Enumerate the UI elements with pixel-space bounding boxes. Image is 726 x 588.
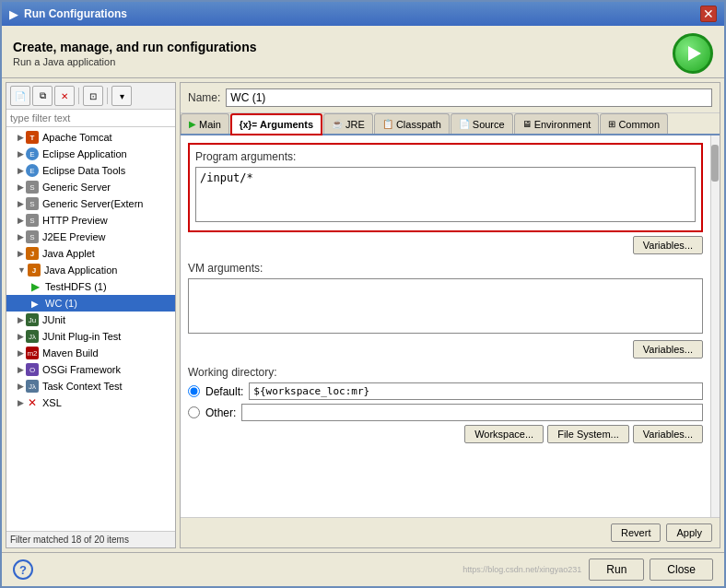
name-row: Name: [181,83,720,113]
arrow-generic-extern: ▶ [18,199,24,208]
default-radio[interactable] [188,385,200,397]
tab-jre[interactable]: ☕ JRE [323,113,373,134]
help-icon[interactable]: ? [13,559,33,580]
workdir-variables-btn[interactable]: Variables... [633,425,703,443]
filesystem-btn[interactable]: File System... [547,425,629,443]
testhdfs-icon: ▶ [29,280,41,293]
tree-item-wc[interactable]: ▶ WC (1) [6,295,175,312]
tree-label-testhdfs: TestHDFS (1) [45,281,107,292]
tab-environment[interactable]: 🖥 Environment [514,113,600,134]
right-scrollbar[interactable] [710,135,720,517]
run-config-icon[interactable] [673,33,713,74]
other-radio-row: Other: [188,404,703,421]
generic-server-icon: S [26,181,39,194]
tab-environment-label: Environment [534,119,591,130]
eclipse-data-icon: E [26,164,39,177]
tree-label-eclipse-data: Eclipse Data Tools [42,165,125,176]
tree-item-generic-server[interactable]: ▶ S Generic Server [6,179,175,195]
tree-item-java-app[interactable]: ▼ J Java Application [6,262,175,278]
program-args-btn-row: Variables... [188,236,703,254]
arguments-tab-icon: {x}= [240,120,257,130]
tree-label-osgi: OSGi Framework [42,364,121,375]
arrow-osgi: ▶ [18,365,24,374]
tree-item-http-preview[interactable]: ▶ S HTTP Preview [6,212,175,229]
vm-args-variables-btn[interactable]: Variables... [633,340,703,359]
arrow-junit: ▶ [18,315,24,324]
other-radio-label: Other: [205,406,236,419]
working-dir-section: Working directory: Default: Other: [188,366,703,443]
tree-item-testhdfs[interactable]: ▶ TestHDFS (1) [6,278,175,295]
revert-button[interactable]: Revert [611,523,661,542]
default-workdir-input[interactable] [249,382,703,400]
arrow-j2ee: ▶ [18,232,24,241]
workspace-btn[interactable]: Workspace... [464,425,544,443]
delete-config-button[interactable]: ✕ [54,86,75,106]
vm-args-label: VM arguments: [188,262,703,275]
tree-label-wc: WC (1) [45,298,77,309]
arguments-tab-content: Program arguments: /input/* Variables...… [181,135,710,517]
more-button[interactable]: ▾ [111,86,132,106]
header-section: Create, manage, and run configurations R… [2,26,724,78]
copy-config-button[interactable]: ⧉ [32,86,53,106]
arrow-junit-plugin: ▶ [18,332,24,341]
jre-tab-icon: ☕ [332,119,343,129]
tree-item-junit-plugin[interactable]: ▶ Jλ JUnit Plug-in Test [6,328,175,345]
env-tab-icon: 🖥 [522,119,532,129]
tree-item-eclipse-app[interactable]: ▶ E Eclipse Application [6,146,175,162]
java-app-icon: J [28,264,41,276]
close-button[interactable]: Close [650,559,713,581]
junit-plugin-icon: Jλ [26,330,39,343]
footer-bar: ? https://blog.csdn.net/xingyao231 Run C… [2,552,724,586]
tabs-row: ▶ Main {x}= Arguments ☕ JRE 📋 Classpath [181,113,720,135]
arrow-java-app: ▼ [18,265,26,275]
tree-item-maven[interactable]: ▶ m2 Maven Build [6,345,175,361]
tab-main[interactable]: ▶ Main [181,113,229,134]
tree-item-junit[interactable]: ▶ Ju JUnit [6,312,175,328]
tree-item-xsl[interactable]: ▶ ✕ XSL [6,394,175,411]
filter-input[interactable] [6,110,175,127]
java-applet-icon: J [26,247,39,260]
other-radio[interactable] [188,406,200,418]
window-title-icon: ▶ [9,7,18,21]
apply-button[interactable]: Apply [666,523,712,542]
collapse-button[interactable]: ⊡ [83,86,103,106]
tab-source[interactable]: 📄 Source [451,113,513,134]
tree-label-java-app: Java Application [44,265,118,276]
tree-label-junit: JUnit [42,314,65,325]
other-workdir-input[interactable] [241,404,703,421]
xsl-icon: ✕ [26,396,39,409]
tab-common[interactable]: ⊞ Common [600,113,668,134]
tab-jre-label: JRE [345,119,365,130]
common-tab-icon: ⊞ [608,119,615,129]
tab-classpath[interactable]: 📋 Classpath [374,113,450,134]
tree-label-java-applet: Java Applet [42,248,95,259]
tree-item-apache-tomcat[interactable]: ▶ T Apache Tomcat [6,129,175,146]
tree-item-task[interactable]: ▶ Jλ Task Context Test [6,378,175,394]
arrow-task: ▶ [18,382,24,391]
scrollbar-thumb [711,145,719,182]
run-button[interactable]: Run [589,559,644,581]
tree-label-j2ee: J2EE Preview [42,231,105,242]
tab-arguments[interactable]: {x}= Arguments [230,113,322,135]
name-input[interactable] [226,88,712,107]
new-config-button[interactable]: 📄 [10,86,30,106]
bottom-button-bar: Revert Apply [181,517,720,547]
left-panel: 📄 ⧉ ✕ ⊡ ▾ ▶ T Apache Tomcat [6,82,176,548]
close-icon[interactable]: ✕ [700,6,717,22]
tree-item-osgi[interactable]: ▶ O OSGi Framework [6,361,175,378]
tree-item-eclipse-data[interactable]: ▶ E Eclipse Data Tools [6,162,175,179]
main-content: 📄 ⧉ ✕ ⊡ ▾ ▶ T Apache Tomcat [2,78,724,552]
tree-item-generic-server-extern[interactable]: ▶ S Generic Server(Extern [6,195,175,212]
vm-args-input[interactable] [188,278,703,334]
tree-label-xsl: XSL [42,397,62,408]
program-args-input[interactable]: /input/* [195,167,696,222]
toolbar-separator [78,88,79,104]
program-args-variables-btn[interactable]: Variables... [633,236,703,254]
tree-item-j2ee[interactable]: ▶ S J2EE Preview [6,229,175,245]
generic-server-extern-icon: S [26,197,39,210]
tree-item-java-applet[interactable]: ▶ J Java Applet [6,245,175,262]
header-title: Create, manage, and run configurations [13,40,257,54]
osgi-icon: O [26,363,39,376]
right-panel: Name: ▶ Main {x}= Arguments ☕ JRE [180,82,720,548]
working-dir-label: Working directory: [188,366,703,379]
